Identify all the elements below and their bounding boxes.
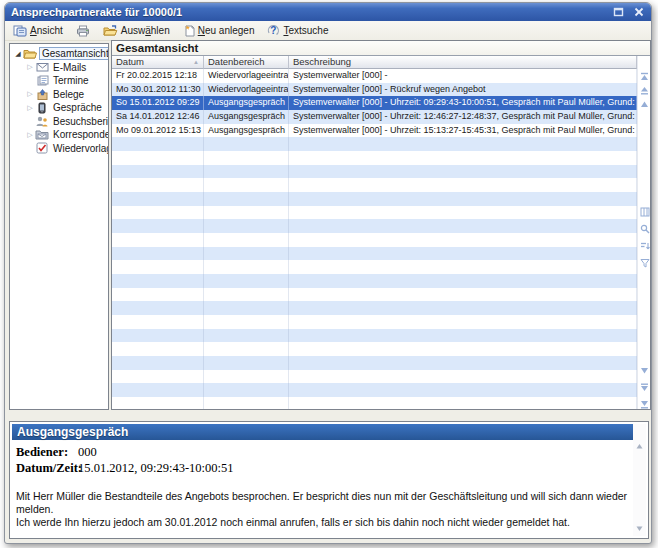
table-row-empty [112, 383, 637, 397]
expander-icon[interactable]: ▷ [25, 63, 35, 71]
cell-empty [204, 206, 289, 220]
cell-empty [204, 219, 289, 233]
cell-empty [112, 260, 204, 274]
tree-item-label: Wiedervorlagen [51, 143, 109, 154]
cell-empty [112, 315, 204, 329]
tree-item-label: Gespräche [51, 102, 104, 113]
list-caption: Gesamtansicht [112, 41, 650, 56]
cell-empty [204, 342, 289, 356]
detail-scroll-down-icon[interactable] [634, 522, 645, 534]
print-button[interactable] [74, 22, 92, 39]
cell-empty [289, 288, 637, 302]
cell-datum: Mo 09.01.2012 15:13 [112, 124, 204, 138]
cell-datenbereich: Ausgangsgespräch [204, 96, 289, 110]
tree-item-belege[interactable]: ▷Belege [10, 88, 108, 102]
navigation-tree: ◢Gesamtansicht▷E-MailsTermine▷Belege▷Ges… [9, 43, 109, 410]
detail-scrollbar[interactable] [633, 424, 646, 536]
neu-anlegen-button[interactable]: Neu anlegen [181, 22, 257, 39]
cell-empty [289, 233, 637, 247]
detail-scroll-up-icon[interactable] [634, 440, 645, 452]
tree-item-label: Besuchsberichte [51, 116, 109, 127]
scroll-first-icon[interactable] [639, 70, 650, 82]
auswaehlen-button[interactable]: Auswählen [101, 22, 172, 39]
cell-empty [289, 356, 637, 370]
textsuche-button[interactable]: ?Textsuche [265, 22, 330, 39]
expander-icon[interactable]: ▷ [25, 90, 35, 98]
table-row-empty [112, 219, 637, 233]
cell-beschreibung: Systemverwalter [000] - Uhrzeit: 12:46:2… [289, 110, 637, 124]
table-row[interactable]: Mo 09.01.2012 15:13AusgangsgesprächSyste… [112, 124, 637, 138]
scroll-down-icon[interactable] [639, 364, 650, 376]
grid-view-icon[interactable] [639, 206, 650, 218]
phone-icon [35, 102, 49, 114]
tree-item-wiedervorlagen[interactable]: Wiedervorlagen [10, 142, 108, 156]
expander-icon[interactable]: ▷ [25, 131, 35, 139]
filter-icon[interactable] [639, 257, 650, 269]
cell-empty [289, 274, 637, 288]
scroll-last-icon[interactable] [639, 398, 650, 410]
title-bar[interactable]: Ansprechpartnerakte für 10000/1 [5, 3, 651, 21]
cell-empty [289, 370, 637, 384]
column-header-label: Datenbereich [208, 56, 265, 68]
cell-datenbereich: Wiedervorlageeintrag [204, 69, 289, 83]
cell-empty [289, 165, 637, 179]
search-icon[interactable] [639, 223, 650, 235]
tree-item-besuchsberichte[interactable]: Besuchsberichte [10, 115, 108, 129]
cell-datenbereich: Ausgangsgespräch [204, 110, 289, 124]
cell-empty [204, 165, 289, 179]
cell-empty [112, 219, 204, 233]
cell-empty [112, 206, 204, 220]
task-check-icon [35, 142, 49, 154]
scroll-up-icon[interactable] [639, 98, 650, 110]
cell-empty [204, 397, 289, 409]
detail-body-line: Mit Herr Müller die Bestandteile des Ang… [16, 490, 630, 516]
expander-icon[interactable]: ▷ [25, 104, 35, 112]
scroll-page-down-icon[interactable] [639, 381, 650, 393]
column-header-beschreibung[interactable]: Beschreibung [289, 56, 637, 69]
table-row-empty [112, 137, 637, 151]
cell-empty [289, 192, 637, 206]
tree-item-gespraeche[interactable]: ▷Gespräche [10, 101, 108, 115]
cell-beschreibung: Systemverwalter [000] - Rückruf wegen An… [289, 83, 637, 97]
column-header-datenbereich[interactable]: Datenbereich [204, 56, 289, 69]
printer-icon [76, 25, 90, 37]
people-icon [35, 116, 49, 127]
close-icon[interactable] [632, 6, 645, 18]
column-header-datum[interactable]: Datum▲ [112, 56, 204, 69]
ansicht-button[interactable]: Ansicht [11, 22, 65, 39]
cell-datum: Mo 30.01.2012 11:30 [112, 83, 204, 97]
cell-empty [204, 356, 289, 370]
cell-empty [204, 247, 289, 261]
cell-empty [112, 192, 204, 206]
tree-item-korrespondenzen[interactable]: ▷Korrespondenzen [10, 128, 108, 142]
neu-anlegen-button-label: Neu anlegen [198, 25, 255, 36]
expander-icon[interactable]: ◢ [13, 50, 23, 58]
table-row[interactable]: Mo 30.01.2012 11:30WiedervorlageeintragS… [112, 83, 637, 97]
list-toolstrip [637, 56, 650, 409]
table-row-empty [112, 329, 637, 343]
email-icon [35, 62, 49, 72]
table-body: Fr 20.02.2015 12:18WiedervorlageeintragS… [112, 69, 637, 409]
table-row-empty [112, 370, 637, 384]
table-row[interactable]: Sa 14.01.2012 12:46AusgangsgesprächSyste… [112, 110, 637, 124]
tree-item-e-mails[interactable]: ▷E-Mails [10, 61, 108, 75]
cell-datum: So 15.01.2012 09:29 [112, 96, 204, 110]
tree-item-label: Belege [51, 89, 86, 100]
table-row-empty [112, 301, 637, 315]
detail-title: Ausgangsgespräch [12, 424, 646, 440]
textsuche-button-label: Textsuche [283, 25, 328, 36]
table-row-empty [112, 151, 637, 165]
restore-icon[interactable] [612, 6, 625, 18]
table-row[interactable]: So 15.01.2012 09:29AusgangsgesprächSyste… [112, 96, 637, 110]
table-row-empty [112, 315, 637, 329]
table-row[interactable]: Fr 20.02.2015 12:18WiedervorlageeintragS… [112, 69, 637, 83]
tree-item-gesamtansicht[interactable]: ◢Gesamtansicht [10, 47, 108, 61]
sort-icon[interactable] [639, 240, 650, 252]
table-row-empty [112, 165, 637, 179]
detail-body-line: Ich werde Ihn hierzu jedoch am 30.01.201… [16, 516, 630, 529]
tree-item-termine[interactable]: Termine [10, 74, 108, 88]
scroll-page-up-icon[interactable] [639, 84, 650, 96]
cell-empty [112, 137, 204, 151]
svg-text:?: ? [271, 25, 277, 36]
list-panel: Gesamtansicht Datum▲DatenbereichBeschrei… [111, 40, 651, 410]
